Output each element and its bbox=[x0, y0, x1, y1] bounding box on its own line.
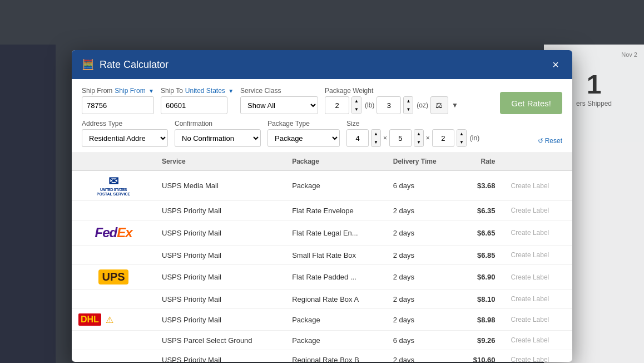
address-type-group: Address Type Residential Address bbox=[82, 120, 168, 147]
action-group: Get Rates! bbox=[500, 92, 562, 114]
service-class-group: Service Class Show All bbox=[240, 87, 318, 114]
create-label-button[interactable]: Create Label bbox=[509, 250, 552, 260]
weight-oz-spinner: ▲ ▼ bbox=[403, 96, 413, 114]
service-cell: USPS Priority Mail bbox=[155, 265, 285, 290]
package-cell: Flat Rate Legal En... bbox=[285, 220, 387, 246]
size-x1: × bbox=[383, 134, 387, 142]
reset-group: ↺ Reset bbox=[538, 137, 562, 147]
action-cell: Create Label bbox=[502, 265, 572, 290]
weight-lb-input[interactable] bbox=[325, 96, 349, 114]
service-cell: USPS Media Mail bbox=[155, 170, 285, 201]
package-cell: Package bbox=[285, 331, 387, 350]
size-dim1-input[interactable] bbox=[346, 129, 369, 147]
size-dim1-down[interactable]: ▼ bbox=[371, 138, 380, 146]
weight-oz-input[interactable] bbox=[377, 96, 401, 114]
size-dim2-input[interactable] bbox=[389, 129, 412, 147]
size-unit: (in) bbox=[470, 134, 479, 142]
scale-dropdown[interactable]: ▼ bbox=[452, 101, 458, 109]
ups-logo: UPS bbox=[98, 269, 128, 284]
ship-from-link[interactable]: Ship From ▼ bbox=[115, 87, 154, 95]
service-cell: USPS Priority Mail bbox=[155, 246, 285, 265]
service-cell: USPS Priority Mail bbox=[155, 309, 285, 331]
service-class-label: Service Class bbox=[240, 87, 318, 95]
create-label-button[interactable]: Create Label bbox=[509, 294, 552, 304]
col-package: Package bbox=[285, 153, 387, 170]
modal-header-left: 🧮 Rate Calculator bbox=[82, 58, 169, 71]
size-label: Size bbox=[346, 120, 479, 127]
carrier-cell bbox=[72, 290, 155, 309]
table-row: DHL⚠ USPS Priority Mail Package 2 days $… bbox=[72, 309, 572, 331]
size-dim1-spinner: ▲ ▼ bbox=[371, 129, 381, 147]
create-label-button[interactable]: Create Label bbox=[509, 335, 552, 345]
rate-cell: $8.98 bbox=[458, 309, 502, 331]
rate-cell: $6.65 bbox=[458, 220, 502, 246]
action-cell: Create Label bbox=[502, 246, 572, 265]
confirmation-group: Confirmation No Confirmation bbox=[175, 120, 261, 147]
weight-lb-up[interactable]: ▲ bbox=[352, 97, 361, 105]
delivery-time-cell: 2 days bbox=[387, 246, 458, 265]
rate-cell: $6.90 bbox=[458, 265, 502, 290]
table-row: USPS Parcel Select Ground Package 6 days… bbox=[72, 331, 572, 350]
rate-cell: $3.68 bbox=[458, 170, 502, 201]
warning-icon: ⚠ bbox=[106, 315, 113, 325]
rate-cell: $6.35 bbox=[458, 201, 502, 220]
usps-logo: ✉ UNITED STATES POSTAL SERVICE bbox=[78, 175, 148, 196]
col-action bbox=[502, 153, 572, 170]
rates-table-body: ✉ UNITED STATES POSTAL SERVICE USPS Medi… bbox=[72, 170, 572, 362]
service-cell: USPS Priority Mail bbox=[155, 350, 285, 362]
oz-unit: (oz) bbox=[417, 101, 428, 109]
package-cell: Small Flat Rate Box bbox=[285, 246, 387, 265]
action-cell: Create Label bbox=[502, 290, 572, 309]
size-dim3-up[interactable]: ▲ bbox=[457, 130, 466, 138]
carrier-cell bbox=[72, 201, 155, 220]
package-type-select[interactable]: Package bbox=[267, 129, 340, 147]
weight-oz-up[interactable]: ▲ bbox=[404, 97, 413, 105]
create-label-button[interactable]: Create Label bbox=[509, 315, 552, 325]
weight-lb-down[interactable]: ▼ bbox=[352, 105, 361, 114]
carrier-cell: UPS bbox=[72, 265, 155, 290]
package-cell: Package bbox=[285, 309, 387, 331]
create-label-button[interactable]: Create Label bbox=[509, 272, 552, 282]
delivery-time-cell: 6 days bbox=[387, 170, 458, 201]
size-dim3-down[interactable]: ▼ bbox=[457, 138, 466, 146]
delivery-time-cell: 2 days bbox=[387, 265, 458, 290]
size-dim2-down[interactable]: ▼ bbox=[414, 138, 423, 146]
action-cell: Create Label bbox=[502, 309, 572, 331]
create-label-button[interactable]: Create Label bbox=[509, 355, 552, 362]
confirmation-select[interactable]: No Confirmation bbox=[175, 129, 261, 147]
reset-button[interactable]: ↺ Reset bbox=[538, 137, 562, 145]
modal-form: Ship From Ship From ▼ Ship To United Sta… bbox=[72, 79, 572, 153]
fedex-logo: FedEx bbox=[78, 225, 148, 241]
create-label-button[interactable]: Create Label bbox=[509, 181, 552, 191]
service-cell: USPS Priority Mail bbox=[155, 290, 285, 309]
size-x2: × bbox=[426, 134, 430, 142]
ship-to-input[interactable] bbox=[161, 96, 227, 114]
delivery-time-cell: 2 days bbox=[387, 309, 458, 331]
ship-from-group: Ship From Ship From ▼ bbox=[82, 87, 154, 114]
modal-close-button[interactable]: × bbox=[549, 58, 562, 71]
ship-to-link[interactable]: United States ▼ bbox=[185, 87, 234, 95]
modal-title: Rate Calculator bbox=[100, 59, 169, 71]
size-dim3-input[interactable] bbox=[432, 129, 454, 147]
service-cell: USPS Parcel Select Ground bbox=[155, 331, 285, 350]
package-cell: Flat Rate Envelope bbox=[285, 201, 387, 220]
ship-to-group: Ship To United States ▼ bbox=[161, 87, 234, 114]
size-dim1-up[interactable]: ▲ bbox=[371, 130, 380, 138]
address-type-select[interactable]: Residential Address bbox=[82, 129, 168, 147]
create-label-button[interactable]: Create Label bbox=[509, 205, 552, 215]
weight-spinner-group: ▲ ▼ (lb) ▲ ▼ (oz) ⚖ ▼ bbox=[325, 96, 458, 114]
create-label-button[interactable]: Create Label bbox=[509, 228, 552, 238]
lb-unit: (lb) bbox=[365, 101, 374, 109]
size-dim2-up[interactable]: ▲ bbox=[414, 130, 423, 138]
scale-button[interactable]: ⚖ bbox=[430, 96, 448, 114]
rate-cell: $8.10 bbox=[458, 290, 502, 309]
action-cell: Create Label bbox=[502, 170, 572, 201]
weight-oz-down[interactable]: ▼ bbox=[404, 105, 413, 114]
package-type-group: Package Type Package bbox=[267, 120, 340, 147]
ship-from-input[interactable] bbox=[82, 96, 154, 114]
service-class-select[interactable]: Show All bbox=[240, 96, 318, 114]
rate-cell: $6.85 bbox=[458, 246, 502, 265]
get-rates-button[interactable]: Get Rates! bbox=[500, 92, 562, 114]
reset-icon: ↺ bbox=[538, 137, 543, 145]
size-dim3-spinner: ▲ ▼ bbox=[457, 129, 467, 147]
